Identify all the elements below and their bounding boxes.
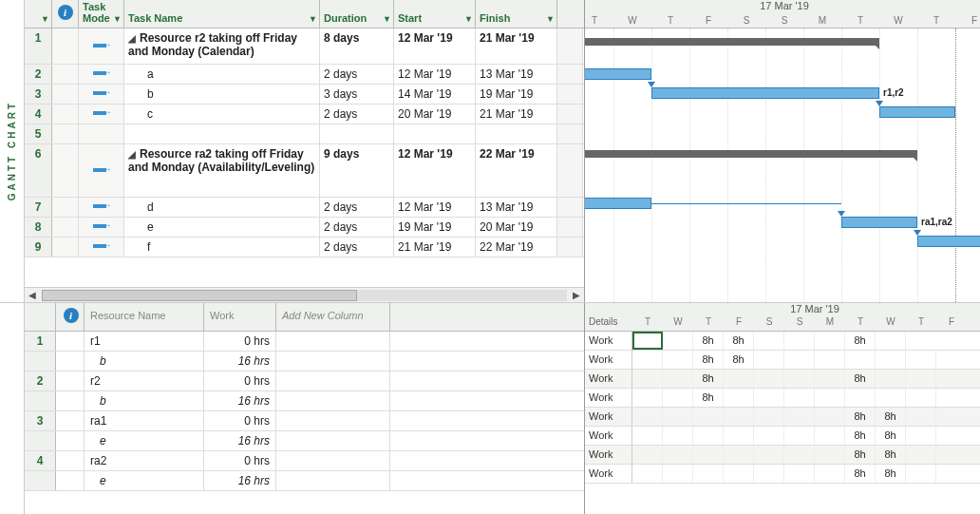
assignment-row[interactable]: b16 hrs bbox=[25, 391, 584, 411]
task-name-cell[interactable]: c bbox=[124, 105, 320, 124]
usage-cell[interactable] bbox=[632, 408, 663, 426]
resource-row[interactable]: 1r10 hrs bbox=[25, 332, 584, 352]
usage-cell[interactable] bbox=[724, 370, 754, 388]
usage-cell[interactable] bbox=[663, 332, 693, 350]
usage-cell[interactable]: 8h bbox=[693, 351, 724, 369]
usage-cell[interactable] bbox=[815, 446, 845, 464]
task-row[interactable]: 7→d2 days12 Mar '1913 Mar '19 bbox=[25, 198, 584, 218]
resource-row[interactable]: 4ra20 hrs bbox=[25, 451, 584, 471]
resource-name-cell[interactable]: b bbox=[85, 391, 204, 410]
usage-cell[interactable]: 8h bbox=[876, 465, 906, 483]
task-name-cell[interactable]: f bbox=[124, 238, 320, 257]
usage-cell[interactable] bbox=[784, 389, 815, 407]
usage-cell[interactable] bbox=[815, 351, 845, 369]
usage-cell[interactable] bbox=[906, 427, 936, 445]
start-cell[interactable]: 12 Mar '19 bbox=[394, 29, 476, 64]
usage-cell[interactable] bbox=[754, 332, 784, 350]
work-col[interactable]: Work bbox=[204, 303, 276, 331]
add-column[interactable]: Add New Column bbox=[276, 303, 390, 331]
duration-cell[interactable]: 2 days bbox=[320, 65, 394, 84]
usage-row[interactable]: Work8h8h8h bbox=[585, 332, 980, 351]
resource-name-cell[interactable]: ra1 bbox=[85, 411, 204, 430]
chevron-down-icon[interactable]: ▼ bbox=[383, 14, 391, 24]
task-bar[interactable] bbox=[841, 217, 917, 228]
usage-cell[interactable] bbox=[876, 332, 906, 350]
usage-cell[interactable] bbox=[632, 332, 663, 350]
task-row[interactable]: 9→f2 days21 Mar '1922 Mar '19 bbox=[25, 238, 584, 257]
finish-cell[interactable]: 19 Mar '19 bbox=[476, 85, 557, 104]
usage-cell[interactable] bbox=[876, 389, 906, 407]
work-cell[interactable]: 0 hrs bbox=[204, 332, 276, 351]
work-cell[interactable]: 16 hrs bbox=[204, 431, 276, 450]
usage-cell[interactable] bbox=[845, 389, 876, 407]
assignment-row[interactable]: e16 hrs bbox=[25, 431, 584, 451]
finish-cell[interactable]: 13 Mar '19 bbox=[476, 65, 557, 84]
chevron-down-icon[interactable]: ▼ bbox=[546, 14, 555, 24]
usage-cell[interactable]: 8h bbox=[845, 408, 876, 426]
start-cell[interactable]: 12 Mar '19 bbox=[394, 198, 476, 217]
usage-cell[interactable] bbox=[663, 446, 693, 464]
usage-cell[interactable]: 8h bbox=[845, 465, 876, 483]
assignment-row[interactable]: e16 hrs bbox=[25, 471, 584, 491]
start-cell[interactable]: 21 Mar '19 bbox=[394, 238, 476, 257]
duration-cell[interactable]: 2 days bbox=[320, 238, 394, 257]
usage-cell[interactable] bbox=[876, 351, 906, 369]
task-name-cell[interactable]: e bbox=[124, 218, 320, 237]
usage-cell[interactable] bbox=[693, 408, 724, 426]
usage-cell[interactable] bbox=[784, 332, 815, 350]
usage-cell[interactable] bbox=[632, 389, 663, 407]
usage-cell[interactable] bbox=[815, 370, 845, 388]
usage-cell[interactable] bbox=[724, 427, 754, 445]
usage-cell[interactable] bbox=[632, 427, 663, 445]
usage-cell[interactable] bbox=[724, 465, 754, 483]
horizontal-scrollbar[interactable]: ◀ ▶ bbox=[25, 287, 584, 302]
usage-cell[interactable] bbox=[754, 389, 784, 407]
work-cell[interactable]: 0 hrs bbox=[204, 411, 276, 430]
usage-cell[interactable] bbox=[754, 427, 784, 445]
resource-name-cell[interactable]: r1 bbox=[85, 332, 204, 351]
gantt-chart-area[interactable]: 17 Mar '19TWTFSSMTWTF r1,r2ra1,ra2 bbox=[585, 0, 980, 302]
indicator-col[interactable]: i bbox=[52, 0, 79, 28]
start-cell[interactable]: 14 Mar '19 bbox=[394, 85, 476, 104]
finish-cell[interactable]: 22 Mar '19 bbox=[476, 144, 557, 197]
usage-cell[interactable] bbox=[784, 446, 815, 464]
usage-cell[interactable]: 8h bbox=[876, 408, 906, 426]
resource-row[interactable]: 3ra10 hrs bbox=[25, 411, 584, 431]
duration-col[interactable]: Duration▼ bbox=[320, 0, 394, 28]
duration-cell[interactable]: 9 days bbox=[320, 144, 394, 197]
usage-cell[interactable] bbox=[784, 427, 815, 445]
finish-cell[interactable]: 21 Mar '19 bbox=[476, 105, 557, 124]
duration-cell[interactable]: 2 days bbox=[320, 105, 394, 124]
usage-cell[interactable] bbox=[632, 370, 663, 388]
usage-cell[interactable]: 8h bbox=[876, 446, 906, 464]
chevron-down-icon[interactable]: ▼ bbox=[464, 14, 473, 24]
work-cell[interactable]: 0 hrs bbox=[204, 451, 276, 470]
usage-row[interactable]: Work8h bbox=[585, 389, 980, 408]
work-cell[interactable]: 0 hrs bbox=[204, 371, 276, 390]
start-cell[interactable] bbox=[394, 124, 476, 143]
usage-cell[interactable] bbox=[663, 351, 693, 369]
task-row[interactable]: 4→c2 days20 Mar '1921 Mar '19 bbox=[25, 105, 584, 124]
usage-cell[interactable] bbox=[663, 389, 693, 407]
finish-cell[interactable]: 20 Mar '19 bbox=[476, 218, 557, 237]
usage-cell[interactable]: 8h bbox=[845, 427, 876, 445]
work-cell[interactable]: 16 hrs bbox=[204, 352, 276, 371]
task-name-cell[interactable]: ◢Resource ra2 taking off Friday and Mond… bbox=[124, 144, 320, 197]
finish-cell[interactable] bbox=[476, 124, 557, 143]
task-name-cell[interactable]: a bbox=[124, 65, 320, 84]
usage-cell[interactable] bbox=[815, 332, 845, 350]
usage-cell[interactable]: 8h bbox=[724, 332, 754, 350]
row-header-col[interactable]: ▼ bbox=[25, 0, 52, 28]
assignment-row[interactable]: b16 hrs bbox=[25, 352, 584, 371]
usage-cell[interactable] bbox=[815, 427, 845, 445]
usage-cell[interactable] bbox=[845, 351, 876, 369]
chevron-down-icon[interactable]: ▼ bbox=[309, 14, 317, 24]
usage-cell[interactable] bbox=[784, 351, 815, 369]
task-name-cell[interactable] bbox=[124, 124, 320, 143]
chevron-down-icon[interactable]: ▼ bbox=[113, 14, 122, 24]
chevron-down-icon[interactable]: ▼ bbox=[41, 14, 49, 24]
usage-row[interactable]: Work8h8h bbox=[585, 465, 980, 484]
usage-cell[interactable] bbox=[754, 351, 784, 369]
duration-cell[interactable]: 2 days bbox=[320, 218, 394, 237]
resource-name-cell[interactable]: e bbox=[85, 431, 204, 450]
